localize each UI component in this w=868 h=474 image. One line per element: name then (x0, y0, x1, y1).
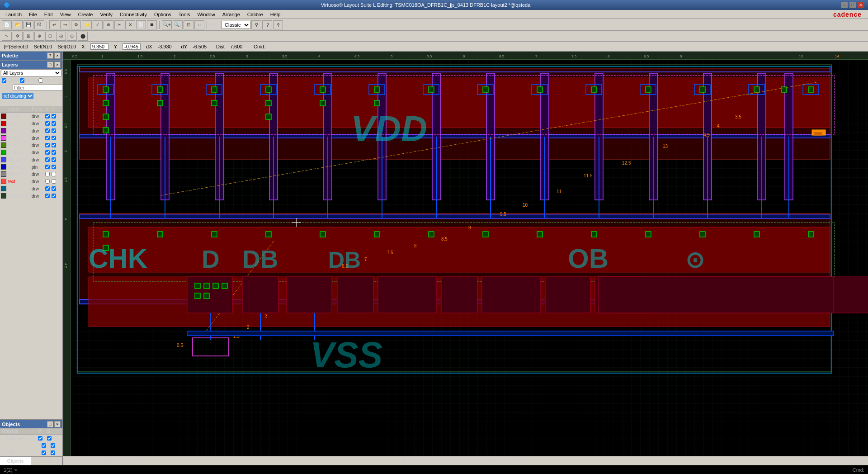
layer-v-checkbox[interactable] (45, 194, 50, 198)
sel-btn2[interactable]: ✥ (13, 32, 23, 41)
layer-v-checkbox[interactable] (45, 121, 50, 126)
menu-create[interactable]: Create (74, 11, 96, 18)
layer-row[interactable]: METAL1 drw (0, 156, 62, 163)
tb-view3[interactable]: ⚴ (273, 20, 283, 29)
vias-s-checkbox[interactable] (51, 450, 55, 455)
layer-row[interactable]: METAL1 pin (0, 163, 62, 171)
layers-filter-dropdown[interactable]: All Layers (1, 69, 61, 76)
menu-arrange[interactable]: Arrange (219, 11, 244, 18)
valid-checkbox[interactable] (2, 78, 6, 83)
minimize-button[interactable]: ─ (841, 2, 848, 8)
layers-resize-icon[interactable]: □ (47, 62, 53, 68)
palette-close-icon[interactable]: × (54, 52, 61, 59)
palette-help-icon[interactable]: ? (47, 52, 53, 59)
tb-btn6[interactable]: ⊕ (104, 20, 113, 29)
menu-calibre[interactable]: Calibre (244, 11, 267, 18)
instances-s-checkbox[interactable] (47, 436, 52, 441)
close-button[interactable]: ✕ (857, 2, 864, 8)
layer-v-checkbox[interactable] (45, 114, 50, 118)
cmd-input[interactable] (19, 467, 853, 473)
nav-ns[interactable]: NS (27, 100, 33, 105)
tb-btn3[interactable]: ⚙ (71, 20, 81, 29)
layer-v-checkbox[interactable] (45, 128, 50, 133)
sel-btn3[interactable]: ⊞ (24, 32, 33, 41)
layer-s-checkbox[interactable] (52, 194, 56, 198)
objects-close-icon[interactable]: × (54, 421, 61, 427)
sel-btn7[interactable]: ⊙ (67, 32, 77, 41)
save-as-button[interactable]: 🖫 (34, 20, 44, 29)
tb-btn5[interactable]: ✓ (93, 20, 103, 29)
sel-btn1[interactable]: ↖ (2, 32, 12, 41)
instances-row[interactable]: – Instances (0, 435, 62, 442)
view-style-dropdown[interactable]: Classic Modern (222, 21, 250, 29)
tb-btn4[interactable]: ⭐ (82, 20, 92, 29)
nav-nv[interactable]: NV (9, 100, 16, 105)
layer-v-checkbox[interactable] (45, 179, 50, 184)
layer-row[interactable]: TEXT drw (0, 171, 62, 178)
layer-row[interactable]: text drw (0, 178, 62, 185)
layer-s-checkbox[interactable] (52, 143, 56, 147)
tb-btn9[interactable]: ⬜ (136, 20, 146, 29)
layer-v-checkbox[interactable] (45, 136, 50, 140)
layer-row[interactable]: PIMP drw (0, 134, 62, 142)
sel-btn6[interactable]: ◎ (56, 32, 66, 41)
layer-s-checkbox[interactable] (52, 172, 56, 176)
zoom-in-button[interactable]: 🔍+ (162, 20, 172, 29)
layer-v-checkbox[interactable] (45, 165, 50, 169)
layer-v-checkbox[interactable] (45, 143, 50, 147)
zoom-out-button[interactable]: 🔍- (173, 20, 183, 29)
sel-btn4[interactable]: ⊕ (34, 32, 44, 41)
maximize-button[interactable]: □ (849, 2, 856, 8)
vias-v-checkbox[interactable] (42, 450, 46, 455)
undo-button[interactable]: ↩ (49, 20, 59, 29)
layer-s-checkbox[interactable] (52, 114, 56, 118)
layer-v-checkbox[interactable] (45, 172, 50, 176)
menu-view[interactable]: View (57, 11, 75, 18)
tb-view1[interactable]: ⚲ (251, 20, 261, 29)
tab-objects[interactable]: Objects (0, 457, 31, 465)
layer-v-checkbox[interactable] (45, 150, 50, 155)
layer-row[interactable]: DIFF drw (0, 120, 62, 127)
layer-s-checkbox[interactable] (52, 150, 56, 155)
layer-row[interactable]: POLY1 drw (0, 127, 62, 134)
menu-tools[interactable]: Tools (175, 11, 194, 18)
layer-row[interactable]: IP drw (0, 185, 62, 192)
nav-as[interactable]: AS (19, 100, 24, 105)
command-line[interactable]: 1(2) > Cmd: (0, 465, 868, 474)
instances-v-checkbox[interactable] (38, 436, 42, 441)
layer-row[interactable]: NIMP drw (0, 142, 62, 149)
layer-row[interactable]: CONT drw (0, 149, 62, 156)
tab-grids[interactable]: Grids (31, 457, 62, 465)
nav-av[interactable]: AV (1, 100, 7, 105)
pins-row[interactable]: – Pins (0, 442, 62, 449)
layer-s-checkbox[interactable] (52, 179, 56, 184)
pins-v-checkbox[interactable] (42, 443, 46, 448)
vias-row[interactable]: – Vias (0, 449, 62, 456)
layer-s-checkbox[interactable] (52, 165, 56, 169)
sel-btn8[interactable]: ⬤ (78, 32, 88, 41)
menu-help[interactable]: Help (267, 11, 284, 18)
open-button[interactable]: 📂 (13, 20, 23, 29)
menu-file[interactable]: File (25, 11, 41, 18)
save-button[interactable]: 💾 (24, 20, 33, 29)
pins-s-checkbox[interactable] (51, 443, 55, 448)
layer-row[interactable]: WELLBODY drw (0, 192, 62, 199)
menu-edit[interactable]: Edit (41, 11, 57, 18)
new-button[interactable]: 📄 (2, 20, 12, 29)
layers-close-icon[interactable]: × (54, 62, 61, 68)
layer-s-checkbox[interactable] (52, 186, 56, 191)
layer-s-checkbox[interactable] (52, 121, 56, 126)
layer-v-checkbox[interactable] (45, 157, 50, 162)
menu-window[interactable]: Window (194, 11, 219, 18)
menu-verify[interactable]: Verify (96, 11, 116, 18)
used-checkbox[interactable] (20, 78, 24, 83)
layout-svg[interactable]: VDD VSS CHK D DB DB OB ⊙ 11.5 11 10 9.5 (71, 60, 868, 456)
tb-view2[interactable]: ⚳ (262, 20, 272, 29)
menu-connectivity[interactable]: Connectivity (116, 11, 151, 18)
layer-s-checkbox[interactable] (52, 157, 56, 162)
redo-button[interactable]: ↪ (60, 20, 70, 29)
routing-checkbox[interactable] (38, 78, 43, 83)
canvas-area[interactable]: 0.5 1 1.5 2 2.5 3 3.5 4 4.5 5 5.5 6 6.5 … (63, 52, 868, 456)
layer-row[interactable]: NWELL drw (0, 113, 62, 120)
zoom-fit-button[interactable]: ⊡ (184, 20, 193, 29)
